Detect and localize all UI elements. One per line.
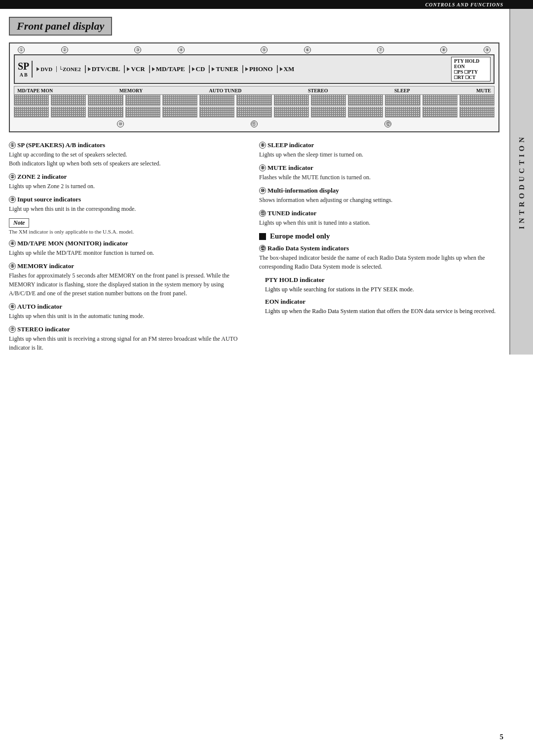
dot-block-b-12 bbox=[422, 107, 457, 118]
lcd-cd: CD bbox=[189, 65, 205, 73]
dot-block-2 bbox=[51, 95, 86, 106]
section-tuned-title: ⑪ TUNED indicator bbox=[259, 209, 499, 217]
sec-num-3: ③ bbox=[9, 196, 16, 203]
page-number: 5 bbox=[500, 733, 504, 741]
section-mdtape-title: ④ MD/TAPE MON (MONITOR) indicator bbox=[9, 239, 249, 247]
section-zone2-title: ② ZONE 2 indicator bbox=[9, 173, 249, 181]
lcd-sp-label: SP bbox=[18, 61, 29, 72]
section-auto: ⑥ AUTO indicator Lights up when this uni… bbox=[9, 303, 249, 320]
lcd-auto-tuned: AUTO TUNED bbox=[209, 88, 242, 93]
lcd-sleep: SLEEP bbox=[394, 88, 410, 93]
tuned-title-text: TUNED indicator bbox=[267, 209, 316, 217]
dot-block-b-3 bbox=[88, 107, 123, 118]
lcd-rt-ct: RT CT bbox=[454, 75, 476, 80]
sec-num-12: ⑫ bbox=[259, 245, 266, 252]
page-title-box: Front panel display bbox=[9, 17, 112, 36]
note-body: The XM indicator is only applicable to t… bbox=[9, 229, 249, 235]
sec-num-8: ⑧ bbox=[259, 142, 266, 149]
dot-block-b-8 bbox=[274, 107, 309, 118]
dot-block-b-13 bbox=[459, 107, 495, 118]
lcd-pty-hold: PTY HOLD bbox=[454, 58, 480, 64]
pty-hold-body: Lights up while searching for stations i… bbox=[265, 285, 499, 294]
tuned-body: Lights up when this unit is tuned into a… bbox=[259, 218, 499, 227]
multi-info-body: Shows information when adjusting or chan… bbox=[259, 196, 499, 204]
dot-block-11 bbox=[385, 95, 420, 106]
stereo-title-text: STEREO indicator bbox=[17, 325, 70, 333]
right-column: ⑧ SLEEP indicator Lights up when the sle… bbox=[259, 141, 499, 357]
sleep-title-text: SLEEP indicator bbox=[267, 141, 314, 149]
mdtape-body: Lights up while the MD/TAPE monitor func… bbox=[9, 248, 249, 257]
lcd-left: SP A B DVD └ZONE2 DTV/CBL VCR MD/TAPE bbox=[18, 61, 294, 78]
lcd-items: DVD └ZONE2 bbox=[37, 66, 80, 72]
section-mdtape-mon: ④ MD/TAPE MON (MONITOR) indicator Lights… bbox=[9, 239, 249, 257]
dot-block-8 bbox=[274, 95, 309, 106]
sec-num-6: ⑥ bbox=[9, 303, 16, 310]
dot-block-b-10 bbox=[348, 107, 383, 118]
section-stereo-title: ⑦ STEREO indicator bbox=[9, 325, 249, 333]
eon-title: EON indicator bbox=[265, 298, 499, 306]
lcd-dvd: DVD bbox=[37, 66, 52, 72]
lcd-stereo: STEREO bbox=[308, 88, 328, 93]
memory-body: Flashes for approximately 5 seconds afte… bbox=[9, 271, 249, 298]
section-multi-info-title: ⑩ Multi-information display bbox=[259, 187, 499, 195]
mute-title-text: MUTE indicator bbox=[267, 164, 313, 172]
dot-block-1 bbox=[14, 95, 49, 106]
ind-num-11: ⑪ bbox=[251, 120, 258, 127]
mdtape-title-text: MD/TAPE MON (MONITOR) indicator bbox=[17, 239, 128, 247]
ind-num-7: ⑦ bbox=[377, 46, 384, 53]
sub-section-eon: EON indicator Lights up when the Radio D… bbox=[265, 298, 499, 316]
ind-num-8: ⑧ bbox=[440, 46, 447, 53]
sec-num-5: ⑤ bbox=[9, 263, 16, 270]
lcd-ab-label: A B bbox=[20, 72, 28, 78]
ind-num-3: ③ bbox=[134, 46, 141, 53]
section-radio-data-title: ⑫ Radio Data System indicators bbox=[259, 244, 499, 252]
lcd-mdtape: MD/TAPE bbox=[149, 65, 185, 73]
radio-data-title-text: Radio Data System indicators bbox=[267, 244, 349, 252]
lcd-phono: PHONO bbox=[242, 65, 273, 73]
dot-block-9 bbox=[311, 95, 346, 106]
right-sidebar: INTRODUCTION bbox=[509, 9, 533, 355]
top-bar-text: CONTROLS AND FUNCTIONS bbox=[425, 2, 503, 7]
dot-block-b-11 bbox=[385, 107, 420, 118]
dot-block-b-5 bbox=[162, 107, 197, 118]
sec-num-10: ⑩ bbox=[259, 187, 266, 194]
sub-section-pty-hold: PTY HOLD indicator Lights up while searc… bbox=[265, 276, 499, 294]
sidebar-label: INTRODUCTION bbox=[518, 134, 526, 229]
section-multi-info: ⑩ Multi-information display Shows inform… bbox=[259, 187, 499, 204]
section-mute: ⑨ MUTE indicator Flashes while the MUTE … bbox=[259, 164, 499, 182]
section-zone2: ② ZONE 2 indicator Lights up when Zone 2… bbox=[9, 173, 249, 191]
lcd-mute: MUTE bbox=[476, 88, 491, 93]
two-column-layout: ① SP (SPEAKERS) A/B indicators Light up … bbox=[9, 141, 499, 357]
section-memory: ⑤ MEMORY indicator Flashes for approxima… bbox=[9, 262, 249, 298]
section-radio-data: ⑫ Radio Data System indicators The box-s… bbox=[259, 244, 499, 271]
sec-num-9: ⑨ bbox=[259, 164, 266, 171]
ind-num-12: ⑫ bbox=[384, 120, 391, 127]
sec-num-4: ④ bbox=[9, 240, 16, 247]
input-source-title-text: Input source indicators bbox=[17, 196, 81, 203]
ind-num-1: ① bbox=[18, 46, 25, 53]
dot-block-b-4 bbox=[125, 107, 160, 118]
lcd-xm: XM bbox=[277, 65, 295, 73]
europe-model-heading: Europe model only bbox=[259, 232, 499, 240]
section-input-source-title: ③ Input source indicators bbox=[9, 196, 249, 203]
ind-num-9: ⑨ bbox=[484, 46, 491, 53]
lcd-tuner: TUNER bbox=[209, 65, 238, 73]
dot-block-b-9 bbox=[311, 107, 346, 118]
auto-body: Lights up when this unit is in the autom… bbox=[9, 312, 249, 320]
dot-block-3 bbox=[88, 95, 123, 106]
dot-block-b-6 bbox=[199, 107, 234, 118]
dot-block-6 bbox=[199, 95, 234, 106]
section-mute-title: ⑨ MUTE indicator bbox=[259, 164, 499, 172]
lcd-sub-row: MD/TAPE MON MEMORY AUTO TUNED STEREO SLE… bbox=[14, 86, 495, 95]
dot-block-10 bbox=[348, 95, 383, 106]
input-source-body: Light up when this unit is in the corres… bbox=[9, 204, 249, 213]
section-auto-title: ⑥ AUTO indicator bbox=[9, 303, 249, 311]
dot-block-13 bbox=[459, 95, 495, 106]
pty-hold-title: PTY HOLD indicator bbox=[265, 276, 499, 284]
sec-num-7: ⑦ bbox=[9, 326, 16, 333]
dot-block-b-1 bbox=[14, 107, 49, 118]
section-tuned: ⑪ TUNED indicator Lights up when this un… bbox=[259, 209, 499, 227]
section-sp-ab-title: ① SP (SPEAKERS) A/B indicators bbox=[9, 141, 249, 149]
sp-ab-title-text: SP (SPEAKERS) A/B indicators bbox=[17, 141, 105, 149]
ind-num-2: ② bbox=[61, 46, 68, 53]
